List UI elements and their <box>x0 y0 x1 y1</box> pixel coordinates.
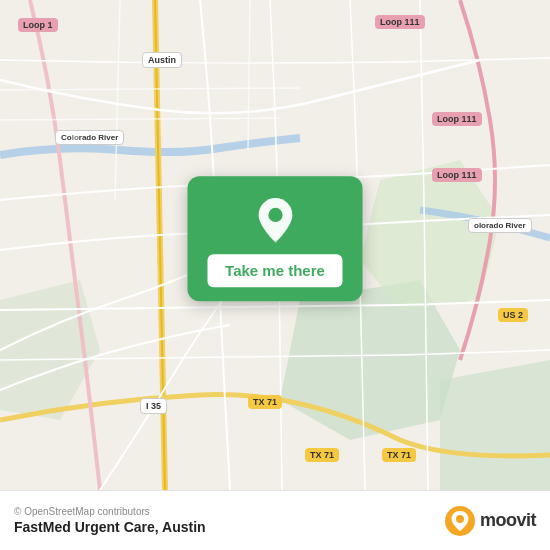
map-container: Loop 1 Austin Loop 111 Loop 111 Loop 111… <box>0 0 550 490</box>
svg-marker-4 <box>440 360 550 490</box>
road-label-colorado2: olorado River <box>468 218 532 233</box>
road-label-tx71c: TX 71 <box>382 448 416 462</box>
moovit-text: moovit <box>480 510 536 531</box>
take-me-there-button[interactable]: Take me there <box>207 254 343 287</box>
bottom-bar: © OpenStreetMap contributors FastMed Urg… <box>0 490 550 550</box>
road-label-loop111a: Loop 111 <box>375 15 425 29</box>
road-label-i35: I 35 <box>140 398 167 414</box>
moovit-icon-svg <box>444 505 476 537</box>
road-label-austin: Austin <box>142 52 182 68</box>
road-label-colorado1: Colorado River <box>55 130 124 145</box>
road-label-loop111b: Loop 111 <box>432 112 482 126</box>
bottom-left: © OpenStreetMap contributors FastMed Urg… <box>14 506 206 535</box>
svg-point-11 <box>268 208 282 222</box>
location-name: FastMed Urgent Care, Austin <box>14 519 206 535</box>
road-label-loop111c: Loop 111 <box>432 168 482 182</box>
road-label-us2: US 2 <box>498 308 528 322</box>
moovit-logo: moovit <box>444 505 536 537</box>
road-label-tx71b: TX 71 <box>305 448 339 462</box>
svg-point-13 <box>456 515 464 523</box>
road-label-loop1: Loop 1 <box>18 18 58 32</box>
copyright-text: © OpenStreetMap contributors <box>14 506 206 517</box>
road-label-tx71a: TX 71 <box>248 395 282 409</box>
pin-icon <box>251 196 299 244</box>
location-card: Take me there <box>188 176 363 301</box>
